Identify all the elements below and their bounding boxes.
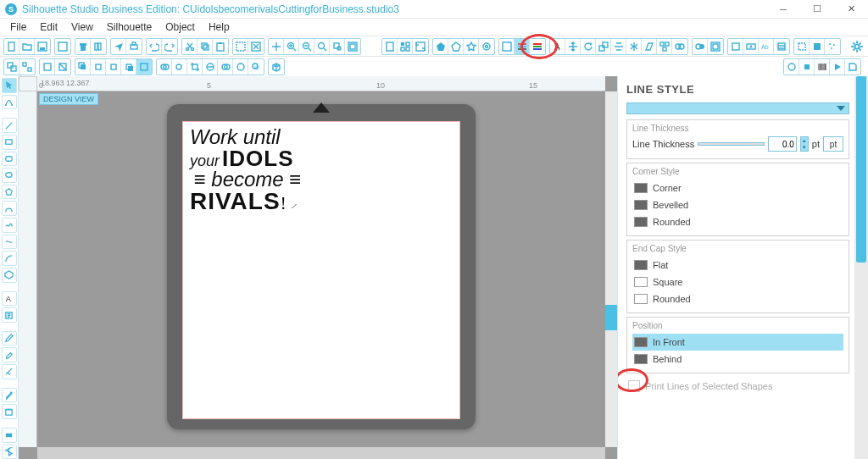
grid-settings-button[interactable] <box>398 39 413 54</box>
bluetooth-tool[interactable] <box>2 445 17 460</box>
shadow-button[interactable] <box>248 59 264 75</box>
pan-button[interactable] <box>269 39 284 54</box>
eraser-tool[interactable] <box>2 347 17 362</box>
curve-tool[interactable] <box>2 201 17 216</box>
rounded-rect-tool[interactable] <box>2 152 17 167</box>
zoom-select-button[interactable] <box>314 39 330 54</box>
thickness-spinner[interactable]: ▲▼ <box>800 136 809 152</box>
line-style-button[interactable] <box>515 39 530 54</box>
select-tool[interactable] <box>2 78 17 93</box>
line-tool[interactable] <box>2 118 17 133</box>
artwork[interactable]: Work until your IDOLS ≡ become ≡ RIVALS!… <box>190 127 305 213</box>
undo-button[interactable] <box>147 39 162 54</box>
registration-button[interactable] <box>413 39 428 54</box>
edit-points-tool[interactable] <box>2 95 17 110</box>
canvas-viewport[interactable]: Work until your IDOLS ≡ become ≡ RIVALS!… <box>37 91 605 447</box>
deselect-button[interactable] <box>248 39 264 54</box>
minimize-button[interactable]: ─ <box>766 0 800 19</box>
mirror-button[interactable] <box>626 39 642 54</box>
embossing-button[interactable] <box>799 59 815 75</box>
cameo-button[interactable] <box>810 39 825 54</box>
endcap-option-square[interactable]: Square <box>632 274 843 290</box>
zoom-out-button[interactable] <box>299 39 314 54</box>
redo-button[interactable] <box>162 39 177 54</box>
replicate-button[interactable] <box>657 39 672 54</box>
zoom-drag-button[interactable] <box>330 39 345 54</box>
line-style-dropdown[interactable] <box>626 102 849 114</box>
copy-button[interactable] <box>198 39 213 54</box>
ellipse-tool[interactable] <box>2 168 17 183</box>
nest-shape-button[interactable] <box>672 39 687 54</box>
panel-scrollbar[interactable] <box>854 76 868 459</box>
cameo-tool[interactable] <box>2 428 17 443</box>
endcap-option-flat[interactable]: Flat <box>632 257 843 274</box>
ungroup-button[interactable] <box>19 59 35 75</box>
draw-pencil-tool[interactable] <box>2 331 17 346</box>
backward-button[interactable] <box>106 59 121 75</box>
regular-polygon-tool[interactable] <box>2 268 17 283</box>
send-panel-button[interactable] <box>794 39 810 54</box>
scrollbar-vertical[interactable] <box>605 91 617 447</box>
settings-gear-icon[interactable] <box>849 39 865 54</box>
corner-option-rounded[interactable]: Rounded <box>632 213 843 230</box>
divide-button[interactable] <box>203 59 218 75</box>
text-tool[interactable]: A <box>2 291 17 307</box>
intersect-button[interactable] <box>218 59 233 75</box>
send-button[interactable] <box>111 39 126 54</box>
trace-button[interactable] <box>728 39 743 54</box>
compound-button[interactable] <box>40 59 55 75</box>
print-button[interactable] <box>126 39 142 54</box>
position-option-behind[interactable]: Behind <box>632 351 843 368</box>
corner-option-bevelled[interactable]: Bevelled <box>632 196 843 213</box>
note-tool[interactable] <box>2 307 17 323</box>
subtract-button[interactable] <box>172 59 187 75</box>
sticker-button[interactable] <box>845 59 860 75</box>
weld-button[interactable] <box>157 59 172 75</box>
line-color-button[interactable] <box>530 39 545 54</box>
menu-silhouette[interactable]: Silhouette <box>100 19 159 35</box>
library-button[interactable] <box>91 39 106 54</box>
3d-button[interactable] <box>269 59 284 75</box>
group-button[interactable] <box>4 59 19 75</box>
scrollbar-horizontal[interactable] <box>37 447 605 459</box>
fit-page-button[interactable] <box>345 39 360 54</box>
menu-object[interactable]: Object <box>159 19 202 35</box>
freehand-tool[interactable] <box>2 218 17 233</box>
open-file-button[interactable] <box>19 39 35 54</box>
menu-view[interactable]: View <box>64 19 100 35</box>
gear-shape-button[interactable] <box>479 39 494 54</box>
text-style-button[interactable]: A <box>550 39 565 54</box>
page-settings-button[interactable] <box>382 39 398 54</box>
maximize-button[interactable]: ☐ <box>800 0 834 19</box>
stipple-button[interactable] <box>825 39 840 54</box>
crop-button[interactable] <box>187 59 203 75</box>
hexagon-button[interactable] <box>448 39 464 54</box>
zoom-in-button[interactable] <box>284 39 299 54</box>
offset-button[interactable] <box>708 39 723 54</box>
cut-button[interactable] <box>182 39 198 54</box>
star-button[interactable] <box>464 39 479 54</box>
polygon-tool[interactable] <box>2 185 17 200</box>
move-button[interactable] <box>565 39 581 54</box>
nest-button[interactable] <box>55 39 70 54</box>
menu-file[interactable]: File <box>3 19 33 35</box>
text-ab-button[interactable]: Ab <box>759 39 774 54</box>
outline-button[interactable] <box>233 59 248 75</box>
corner-option-corner[interactable]: Corner <box>632 180 843 196</box>
shear-button[interactable] <box>642 39 657 54</box>
layer-toggle-button[interactable] <box>136 59 152 75</box>
eyedropper-tool[interactable] <box>2 388 17 403</box>
save-button[interactable] <box>35 39 50 54</box>
front-button[interactable] <box>75 59 91 75</box>
endcap-option-rounded[interactable]: Rounded <box>632 290 843 307</box>
pentagon-button[interactable] <box>433 39 448 54</box>
print-lines-row[interactable]: Print Lines of Selected Shapes <box>626 377 849 395</box>
menu-help[interactable]: Help <box>202 19 236 35</box>
rectangle-tool[interactable] <box>2 135 17 150</box>
layers-button[interactable] <box>774 39 789 54</box>
library-tool[interactable] <box>2 404 17 419</box>
knife-tool[interactable] <box>2 364 17 379</box>
store-button[interactable] <box>75 39 91 54</box>
media-button[interactable] <box>830 59 845 75</box>
barcode-button[interactable] <box>815 59 830 75</box>
